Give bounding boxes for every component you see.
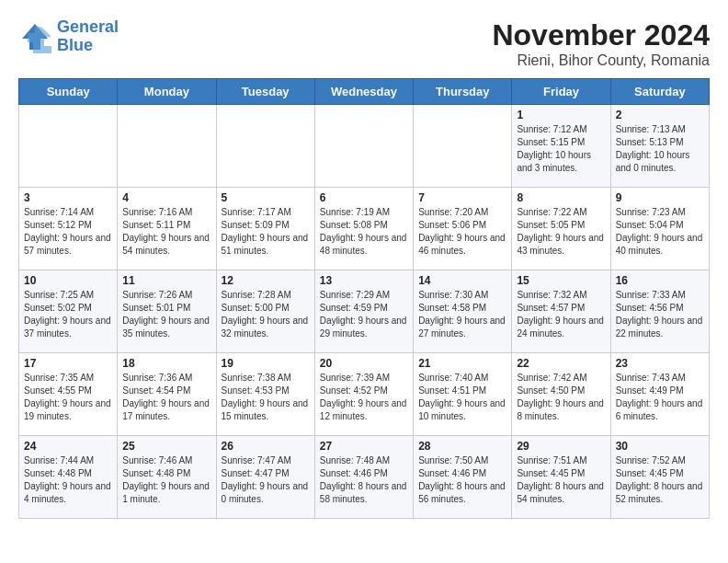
day-number: 11 (122, 274, 210, 287)
calendar-week-row: 10Sunrise: 7:25 AM Sunset: 5:02 PM Dayli… (19, 270, 710, 353)
day-info: Sunrise: 7:40 AM Sunset: 4:51 PM Dayligh… (418, 372, 506, 423)
day-number: 3 (24, 191, 112, 204)
logo-text: General Blue (57, 18, 119, 55)
calendar-cell: 6Sunrise: 7:19 AM Sunset: 5:08 PM Daylig… (314, 188, 413, 270)
day-number: 9 (616, 191, 704, 204)
calendar-cell: 27Sunrise: 7:48 AM Sunset: 4:46 PM Dayli… (314, 436, 413, 519)
calendar-cell: 23Sunrise: 7:43 AM Sunset: 4:49 PM Dayli… (610, 353, 709, 436)
day-info: Sunrise: 7:20 AM Sunset: 5:06 PM Dayligh… (418, 206, 506, 258)
calendar-week-row: 3Sunrise: 7:14 AM Sunset: 5:12 PM Daylig… (19, 188, 710, 270)
calendar-cell: 4Sunrise: 7:16 AM Sunset: 5:11 PM Daylig… (118, 188, 216, 270)
day-info: Sunrise: 7:23 AM Sunset: 5:04 PM Dayligh… (616, 206, 704, 258)
day-number: 22 (517, 357, 605, 370)
logo-line1: General (57, 17, 119, 36)
day-number: 8 (517, 191, 605, 204)
day-info: Sunrise: 7:39 AM Sunset: 4:52 PM Dayligh… (320, 372, 408, 423)
calendar-cell: 10Sunrise: 7:25 AM Sunset: 5:02 PM Dayli… (19, 270, 118, 353)
weekday-header-cell: Wednesday (314, 79, 413, 105)
calendar-cell: 19Sunrise: 7:38 AM Sunset: 4:53 PM Dayli… (216, 353, 314, 436)
day-info: Sunrise: 7:13 AM Sunset: 5:13 PM Dayligh… (616, 123, 704, 175)
header: General Blue November 2024 Rieni, Bihor … (18, 18, 710, 69)
calendar-cell: 7Sunrise: 7:20 AM Sunset: 5:06 PM Daylig… (414, 188, 512, 270)
day-number: 25 (122, 440, 210, 453)
day-info: Sunrise: 7:22 AM Sunset: 5:05 PM Dayligh… (517, 206, 605, 258)
calendar-week-row: 17Sunrise: 7:35 AM Sunset: 4:55 PM Dayli… (19, 353, 710, 436)
day-info: Sunrise: 7:44 AM Sunset: 4:48 PM Dayligh… (24, 454, 112, 506)
day-number: 13 (320, 274, 408, 287)
calendar-cell: 20Sunrise: 7:39 AM Sunset: 4:52 PM Dayli… (314, 353, 413, 436)
day-info: Sunrise: 7:42 AM Sunset: 4:50 PM Dayligh… (517, 372, 605, 423)
day-info: Sunrise: 7:43 AM Sunset: 4:49 PM Dayligh… (616, 372, 704, 423)
calendar-cell: 25Sunrise: 7:46 AM Sunset: 4:48 PM Dayli… (118, 436, 216, 519)
weekday-header-cell: Tuesday (216, 79, 314, 105)
day-info: Sunrise: 7:30 AM Sunset: 4:58 PM Dayligh… (418, 289, 506, 340)
day-number: 21 (418, 357, 506, 370)
calendar-cell (414, 105, 512, 188)
day-number: 18 (122, 357, 210, 370)
day-info: Sunrise: 7:32 AM Sunset: 4:57 PM Dayligh… (517, 289, 605, 340)
day-number: 17 (24, 357, 112, 370)
day-number: 19 (222, 357, 310, 370)
calendar-cell (216, 105, 314, 188)
weekday-header-cell: Saturday (610, 79, 709, 105)
day-info: Sunrise: 7:52 AM Sunset: 4:45 PM Dayligh… (616, 454, 704, 506)
logo-line2: Blue (57, 36, 93, 54)
calendar-cell: 12Sunrise: 7:28 AM Sunset: 5:00 PM Dayli… (216, 270, 314, 353)
day-info: Sunrise: 7:17 AM Sunset: 5:09 PM Dayligh… (222, 206, 310, 258)
calendar-cell: 3Sunrise: 7:14 AM Sunset: 5:12 PM Daylig… (19, 188, 118, 270)
weekday-header-cell: Monday (118, 79, 216, 105)
calendar-week-row: 1Sunrise: 7:12 AM Sunset: 5:15 PM Daylig… (19, 105, 710, 188)
calendar-cell: 9Sunrise: 7:23 AM Sunset: 5:04 PM Daylig… (610, 188, 709, 270)
weekday-header-row: SundayMondayTuesdayWednesdayThursdayFrid… (19, 79, 710, 105)
calendar-cell (19, 105, 118, 188)
logo-icon (18, 20, 51, 53)
day-number: 20 (320, 357, 408, 370)
day-info: Sunrise: 7:28 AM Sunset: 5:00 PM Dayligh… (222, 289, 310, 340)
calendar-cell: 21Sunrise: 7:40 AM Sunset: 4:51 PM Dayli… (414, 353, 512, 436)
calendar-cell: 14Sunrise: 7:30 AM Sunset: 4:58 PM Dayli… (414, 270, 512, 353)
calendar-cell: 18Sunrise: 7:36 AM Sunset: 4:54 PM Dayli… (118, 353, 216, 436)
day-info: Sunrise: 7:35 AM Sunset: 4:55 PM Dayligh… (24, 372, 112, 423)
calendar-cell: 8Sunrise: 7:22 AM Sunset: 5:05 PM Daylig… (512, 188, 610, 270)
calendar-cell: 1Sunrise: 7:12 AM Sunset: 5:15 PM Daylig… (512, 105, 610, 188)
day-number: 26 (222, 440, 310, 453)
day-info: Sunrise: 7:38 AM Sunset: 4:53 PM Dayligh… (222, 372, 310, 423)
weekday-header-cell: Sunday (19, 79, 118, 105)
subtitle: Rieni, Bihor County, Romania (492, 52, 710, 69)
calendar-cell: 29Sunrise: 7:51 AM Sunset: 4:45 PM Dayli… (512, 436, 610, 519)
calendar-week-row: 24Sunrise: 7:44 AM Sunset: 4:48 PM Dayli… (19, 436, 710, 519)
weekday-header-cell: Thursday (414, 79, 512, 105)
day-info: Sunrise: 7:33 AM Sunset: 4:56 PM Dayligh… (616, 289, 704, 340)
calendar-cell: 22Sunrise: 7:42 AM Sunset: 4:50 PM Dayli… (512, 353, 610, 436)
day-number: 1 (517, 109, 605, 121)
day-number: 30 (616, 440, 704, 453)
day-number: 23 (616, 357, 704, 370)
day-number: 10 (24, 274, 112, 287)
day-number: 28 (418, 440, 506, 453)
day-info: Sunrise: 7:51 AM Sunset: 4:45 PM Dayligh… (517, 454, 605, 506)
day-number: 4 (122, 191, 210, 204)
calendar-body: 1Sunrise: 7:12 AM Sunset: 5:15 PM Daylig… (19, 105, 710, 519)
day-info: Sunrise: 7:19 AM Sunset: 5:08 PM Dayligh… (320, 206, 408, 258)
calendar-cell: 11Sunrise: 7:26 AM Sunset: 5:01 PM Dayli… (118, 270, 216, 353)
calendar-cell (314, 105, 413, 188)
day-number: 27 (320, 440, 408, 453)
calendar-table: SundayMondayTuesdayWednesdayThursdayFrid… (18, 78, 710, 519)
calendar-cell: 24Sunrise: 7:44 AM Sunset: 4:48 PM Dayli… (19, 436, 118, 519)
day-info: Sunrise: 7:14 AM Sunset: 5:12 PM Dayligh… (24, 206, 112, 258)
day-info: Sunrise: 7:46 AM Sunset: 4:48 PM Dayligh… (122, 454, 210, 506)
calendar-cell: 5Sunrise: 7:17 AM Sunset: 5:09 PM Daylig… (216, 188, 314, 270)
day-number: 5 (222, 191, 310, 204)
day-number: 14 (418, 274, 506, 287)
day-info: Sunrise: 7:12 AM Sunset: 5:15 PM Dayligh… (517, 123, 605, 175)
main-title: November 2024 (492, 18, 710, 52)
day-info: Sunrise: 7:29 AM Sunset: 4:59 PM Dayligh… (320, 289, 408, 340)
day-number: 16 (616, 274, 704, 287)
calendar-cell: 26Sunrise: 7:47 AM Sunset: 4:47 PM Dayli… (216, 436, 314, 519)
day-number: 24 (24, 440, 112, 453)
calendar-cell: 17Sunrise: 7:35 AM Sunset: 4:55 PM Dayli… (19, 353, 118, 436)
day-info: Sunrise: 7:50 AM Sunset: 4:46 PM Dayligh… (418, 454, 506, 506)
calendar-cell (118, 105, 216, 188)
calendar-cell: 15Sunrise: 7:32 AM Sunset: 4:57 PM Dayli… (512, 270, 610, 353)
weekday-header-cell: Friday (512, 79, 610, 105)
